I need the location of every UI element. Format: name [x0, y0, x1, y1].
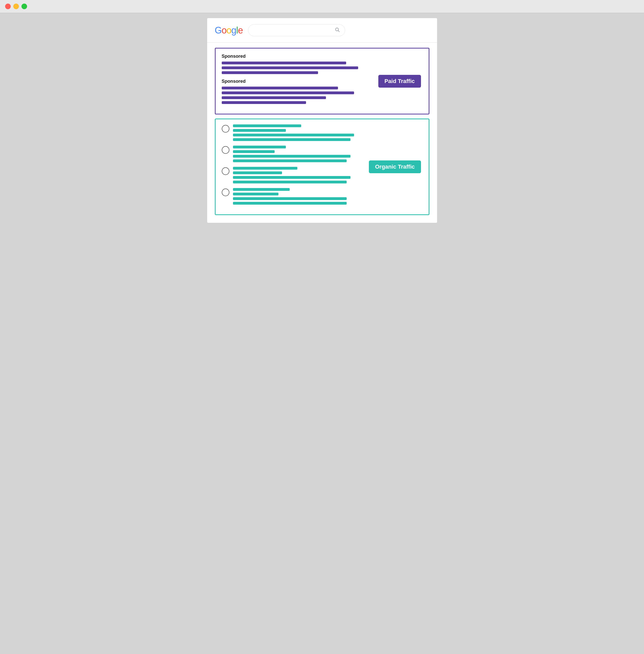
logo-l: l: [236, 25, 238, 36]
teal-title-1-2: [233, 129, 286, 132]
paid-bar-2-3: [222, 96, 326, 99]
logo-g1: G: [215, 25, 222, 36]
logo-o1: o: [222, 25, 227, 36]
paid-bar-1-2: [222, 66, 358, 69]
paid-bar-2-2: [222, 91, 354, 94]
paid-bar-1-3: [222, 71, 318, 74]
search-bar[interactable]: [248, 24, 345, 36]
organic-result-1: [222, 125, 422, 141]
teal-content-2-1: [233, 155, 350, 158]
teal-title-3-2: [233, 172, 282, 174]
teal-content-1-1: [233, 134, 354, 136]
organic-traffic-box: Organic Traffic: [215, 118, 430, 215]
teal-content-4-2: [233, 202, 347, 205]
paid-bar-2-4: [222, 101, 306, 104]
google-logo: Google: [215, 25, 243, 36]
organic-result-2: [222, 145, 422, 162]
organic-result-4: [222, 188, 422, 205]
organic-traffic-badge: Organic Traffic: [369, 160, 421, 173]
sponsored-block-1: Sponsored: [222, 54, 422, 74]
result-circle-1: [222, 125, 229, 133]
traffic-light-green[interactable]: [21, 4, 27, 9]
teal-content-4-1: [233, 197, 347, 200]
browser-chrome: [0, 0, 644, 13]
traffic-light-red[interactable]: [5, 4, 11, 9]
teal-title-1-1: [233, 125, 301, 127]
organic-lines-2: [233, 145, 422, 162]
teal-content-3-1: [233, 176, 350, 179]
result-circle-3: [222, 167, 229, 175]
svg-line-1: [338, 31, 339, 32]
result-circle-2: [222, 146, 229, 154]
logo-o2: o: [227, 25, 231, 36]
google-header: Google: [207, 18, 437, 43]
traffic-light-yellow[interactable]: [13, 4, 19, 9]
paid-traffic-badge: Paid Traffic: [378, 75, 421, 88]
paid-traffic-box: Sponsored Sponsored Paid Traffic: [215, 48, 430, 114]
result-circle-4: [222, 188, 229, 196]
teal-title-2-2: [233, 150, 275, 153]
paid-bar-1-1: [222, 62, 346, 64]
paid-bar-2-1: [222, 87, 338, 89]
logo-g2: g: [231, 25, 236, 36]
teal-content-3-2: [233, 181, 347, 183]
organic-lines-4: [233, 188, 422, 205]
teal-content-1-2: [233, 138, 350, 141]
sponsored-title-1: Sponsored: [222, 54, 422, 59]
teal-title-4-1: [233, 188, 290, 191]
main-content: Sponsored Sponsored Paid Traffic: [207, 43, 437, 223]
search-input[interactable]: [253, 28, 335, 33]
teal-title-3-1: [233, 167, 297, 170]
organic-lines-1: [233, 125, 422, 141]
search-icon: [335, 27, 340, 33]
teal-content-2-2: [233, 159, 347, 162]
browser-content: Google Sponsored Sponso: [207, 18, 437, 223]
logo-e: e: [238, 25, 243, 36]
teal-title-4-2: [233, 193, 278, 196]
teal-title-2-1: [233, 145, 286, 149]
